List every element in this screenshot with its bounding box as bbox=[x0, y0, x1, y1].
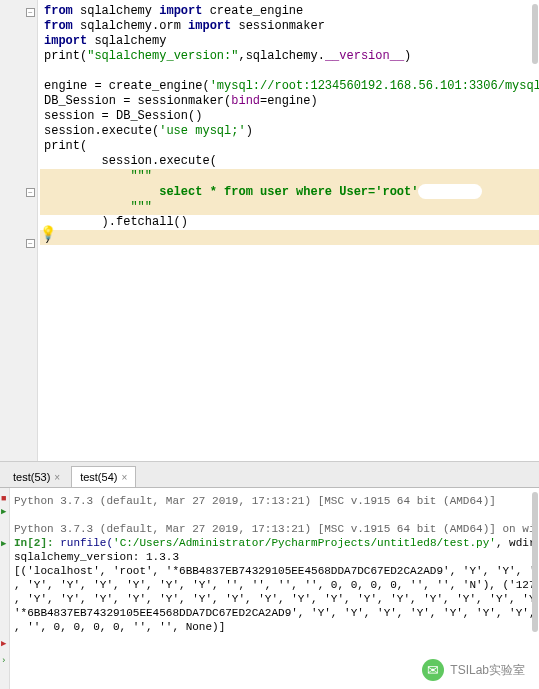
code-area[interactable]: from sqlalchemy import create_engine fro… bbox=[40, 0, 539, 245]
console-line: Python 3.7.3 (default, Mar 27 2019, 17:1… bbox=[14, 494, 537, 508]
caret-indicator bbox=[418, 184, 481, 199]
console-line: '*6BB4837EB74329105EE4568DDA7DC67ED2CA2A… bbox=[14, 606, 537, 620]
fold-icon[interactable]: − bbox=[26, 188, 35, 197]
editor-scrollbar[interactable] bbox=[532, 4, 538, 64]
fold-icon[interactable]: − bbox=[26, 8, 35, 17]
run-icon[interactable]: ▶ bbox=[1, 538, 6, 549]
console-gutter: ■ ▶ ▶ ▶ › bbox=[0, 488, 10, 689]
lightbulb-icon[interactable]: 💡 bbox=[40, 225, 52, 237]
fold-icon[interactable]: − bbox=[26, 239, 35, 248]
watermark-text: TSILab实验室 bbox=[450, 662, 525, 679]
console-output[interactable]: Python 3.7.3 (default, Mar 27 2019, 17:1… bbox=[12, 488, 539, 640]
console-line: , 'Y', 'Y', 'Y', 'Y', 'Y', 'Y', '', '', … bbox=[14, 578, 537, 592]
console-line: sqlalchemy_version: 1.3.3 bbox=[14, 550, 537, 564]
watermark: ✉ TSILab实验室 bbox=[416, 657, 531, 683]
stop-icon[interactable]: ■ bbox=[1, 494, 6, 504]
close-icon[interactable]: × bbox=[121, 472, 127, 483]
console-line: , 'Y', 'Y', 'Y', 'Y', 'Y', 'Y', 'Y', 'Y'… bbox=[14, 592, 537, 606]
code-editor-pane: − − − 💡 from sqlalchemy import create_en… bbox=[0, 0, 539, 462]
tab-test54[interactable]: test(54)× bbox=[71, 466, 136, 487]
run-icon[interactable]: ▶ bbox=[1, 506, 6, 517]
console-line: In[2]: runfile('C:/Users/Administrator/P… bbox=[14, 536, 537, 550]
marker-icon: › bbox=[1, 656, 6, 666]
marker-icon: ▶ bbox=[1, 638, 6, 649]
console-line: , '', 0, 0, 0, 0, '', '', None)] bbox=[14, 620, 537, 634]
tab-test53[interactable]: test(53)× bbox=[4, 466, 69, 487]
editor-gutter: − − − bbox=[0, 0, 38, 461]
console-line: Python 3.7.3 (default, Mar 27 2019, 17:1… bbox=[14, 522, 537, 536]
console-scrollbar[interactable] bbox=[532, 492, 538, 632]
console-line: [('localhost', 'root', '*6BB4837EB743291… bbox=[14, 564, 537, 578]
wechat-icon: ✉ bbox=[422, 659, 444, 681]
close-icon[interactable]: × bbox=[54, 472, 60, 483]
console-tabs: test(53)× test(54)× bbox=[0, 462, 539, 488]
